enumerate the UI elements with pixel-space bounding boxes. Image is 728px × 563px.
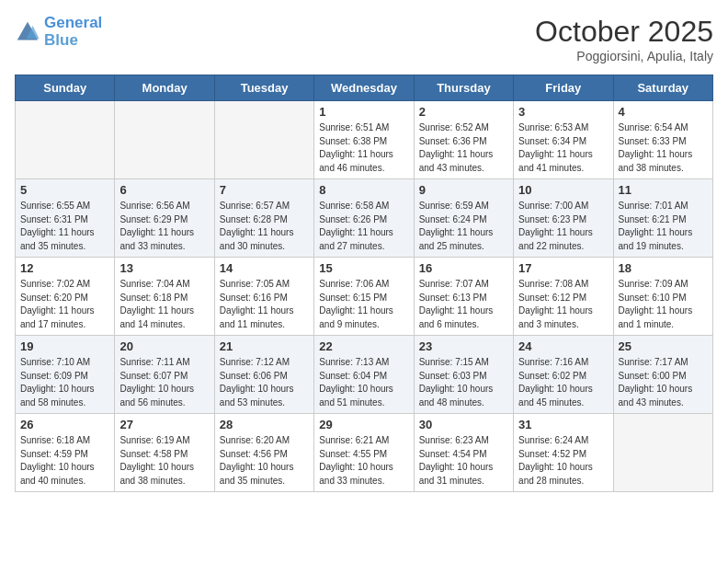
calendar-week-5: 26Sunrise: 6:18 AMSunset: 4:59 PMDayligh… xyxy=(16,414,713,492)
day-info: Sunrise: 6:20 AMSunset: 4:56 PMDaylight:… xyxy=(220,434,309,488)
calendar-cell: 5Sunrise: 6:55 AMSunset: 6:31 PMDaylight… xyxy=(16,179,115,258)
day-info: Sunrise: 7:17 AMSunset: 6:00 PMDaylight:… xyxy=(619,356,708,409)
day-number: 19 xyxy=(20,339,109,353)
day-number: 1 xyxy=(319,105,408,119)
day-number: 8 xyxy=(319,183,408,197)
day-info: Sunrise: 6:54 AMSunset: 6:33 PMDaylight:… xyxy=(619,121,708,175)
weekday-header-wednesday: Wednesday xyxy=(314,75,414,101)
location-subtitle: Poggiorsini, Apulia, Italy xyxy=(535,49,713,63)
calendar-cell: 29Sunrise: 6:21 AMSunset: 4:55 PMDayligh… xyxy=(314,414,414,492)
day-info: Sunrise: 6:18 AMSunset: 4:59 PMDaylight:… xyxy=(20,434,109,488)
day-info: Sunrise: 6:24 AMSunset: 4:52 PMDaylight:… xyxy=(518,434,608,488)
day-info: Sunrise: 6:23 AMSunset: 4:54 PMDaylight:… xyxy=(419,434,508,488)
logo-icon xyxy=(15,19,40,45)
logo-general: General xyxy=(44,14,102,31)
calendar-cell: 2Sunrise: 6:52 AMSunset: 6:36 PMDaylight… xyxy=(414,101,513,179)
day-info: Sunrise: 7:15 AMSunset: 6:03 PMDaylight:… xyxy=(419,356,508,409)
calendar-cell: 12Sunrise: 7:02 AMSunset: 6:20 PMDayligh… xyxy=(16,258,115,336)
day-number: 6 xyxy=(119,183,209,197)
calendar-cell: 22Sunrise: 7:13 AMSunset: 6:04 PMDayligh… xyxy=(314,336,414,414)
calendar-cell: 31Sunrise: 6:24 AMSunset: 4:52 PMDayligh… xyxy=(514,414,613,492)
calendar-table: SundayMondayTuesdayWednesdayThursdayFrid… xyxy=(15,75,713,492)
day-number: 9 xyxy=(419,183,508,197)
calendar-cell: 8Sunrise: 6:58 AMSunset: 6:26 PMDaylight… xyxy=(314,179,414,258)
calendar-cell: 24Sunrise: 7:16 AMSunset: 6:02 PMDayligh… xyxy=(514,336,613,414)
day-info: Sunrise: 7:01 AMSunset: 6:21 PMDaylight:… xyxy=(619,200,708,253)
calendar-cell: 3Sunrise: 6:53 AMSunset: 6:34 PMDaylight… xyxy=(514,101,613,179)
day-number: 18 xyxy=(619,261,708,275)
calendar-cell: 13Sunrise: 7:04 AMSunset: 6:18 PMDayligh… xyxy=(115,258,214,336)
logo-blue: Blue xyxy=(44,32,102,50)
day-info: Sunrise: 7:04 AMSunset: 6:18 PMDaylight:… xyxy=(119,278,209,331)
weekday-header-thursday: Thursday xyxy=(414,75,513,101)
calendar-cell xyxy=(214,101,313,179)
weekday-header-row: SundayMondayTuesdayWednesdayThursdayFrid… xyxy=(16,75,713,101)
day-number: 23 xyxy=(419,339,508,353)
day-info: Sunrise: 7:08 AMSunset: 6:12 PMDaylight:… xyxy=(518,278,608,331)
day-info: Sunrise: 6:51 AMSunset: 6:38 PMDaylight:… xyxy=(319,121,408,175)
calendar-cell: 23Sunrise: 7:15 AMSunset: 6:03 PMDayligh… xyxy=(414,336,513,414)
calendar-week-1: 1Sunrise: 6:51 AMSunset: 6:38 PMDaylight… xyxy=(16,101,713,179)
day-info: Sunrise: 6:59 AMSunset: 6:24 PMDaylight:… xyxy=(419,200,508,253)
calendar-cell: 14Sunrise: 7:05 AMSunset: 6:16 PMDayligh… xyxy=(214,258,313,336)
day-info: Sunrise: 7:10 AMSunset: 6:09 PMDaylight:… xyxy=(20,356,109,409)
calendar-cell: 4Sunrise: 6:54 AMSunset: 6:33 PMDaylight… xyxy=(613,101,712,179)
day-number: 25 xyxy=(619,339,708,353)
day-number: 5 xyxy=(20,183,109,197)
day-number: 7 xyxy=(220,183,309,197)
calendar-cell xyxy=(613,414,712,492)
weekday-header-tuesday: Tuesday xyxy=(214,75,313,101)
day-number: 2 xyxy=(419,105,508,119)
calendar-cell xyxy=(115,101,214,179)
day-info: Sunrise: 7:02 AMSunset: 6:20 PMDaylight:… xyxy=(20,278,109,331)
day-number: 29 xyxy=(319,418,408,431)
day-info: Sunrise: 6:53 AMSunset: 6:34 PMDaylight:… xyxy=(518,121,608,175)
calendar-cell: 19Sunrise: 7:10 AMSunset: 6:09 PMDayligh… xyxy=(16,336,115,414)
day-number: 4 xyxy=(619,105,708,119)
day-info: Sunrise: 7:13 AMSunset: 6:04 PMDaylight:… xyxy=(319,356,408,409)
weekday-header-monday: Monday xyxy=(115,75,214,101)
calendar-cell: 27Sunrise: 6:19 AMSunset: 4:58 PMDayligh… xyxy=(115,414,214,492)
weekday-header-sunday: Sunday xyxy=(16,75,115,101)
calendar-cell: 11Sunrise: 7:01 AMSunset: 6:21 PMDayligh… xyxy=(613,179,712,258)
day-info: Sunrise: 6:55 AMSunset: 6:31 PMDaylight:… xyxy=(20,200,109,253)
calendar-cell: 9Sunrise: 6:59 AMSunset: 6:24 PMDaylight… xyxy=(414,179,513,258)
day-number: 30 xyxy=(419,418,508,431)
day-number: 12 xyxy=(20,261,109,275)
day-number: 3 xyxy=(518,105,608,119)
day-number: 20 xyxy=(119,339,209,353)
day-info: Sunrise: 7:06 AMSunset: 6:15 PMDaylight:… xyxy=(319,278,408,331)
page-header: General Blue October 2025 Poggiorsini, A… xyxy=(15,15,713,63)
day-number: 31 xyxy=(518,418,608,431)
day-number: 10 xyxy=(518,183,608,197)
logo: General Blue xyxy=(15,15,102,49)
calendar-cell: 21Sunrise: 7:12 AMSunset: 6:06 PMDayligh… xyxy=(214,336,313,414)
calendar-cell: 7Sunrise: 6:57 AMSunset: 6:28 PMDaylight… xyxy=(214,179,313,258)
day-number: 24 xyxy=(518,339,608,353)
day-info: Sunrise: 7:07 AMSunset: 6:13 PMDaylight:… xyxy=(419,278,508,331)
calendar-cell: 25Sunrise: 7:17 AMSunset: 6:00 PMDayligh… xyxy=(613,336,712,414)
calendar-week-4: 19Sunrise: 7:10 AMSunset: 6:09 PMDayligh… xyxy=(16,336,713,414)
title-block: October 2025 Poggiorsini, Apulia, Italy xyxy=(535,15,713,63)
month-title: October 2025 xyxy=(535,15,713,49)
day-number: 17 xyxy=(518,261,608,275)
calendar-cell: 30Sunrise: 6:23 AMSunset: 4:54 PMDayligh… xyxy=(414,414,513,492)
day-number: 21 xyxy=(220,339,309,353)
day-info: Sunrise: 7:05 AMSunset: 6:16 PMDaylight:… xyxy=(220,278,309,331)
day-info: Sunrise: 6:56 AMSunset: 6:29 PMDaylight:… xyxy=(119,200,209,253)
calendar-cell: 26Sunrise: 6:18 AMSunset: 4:59 PMDayligh… xyxy=(16,414,115,492)
day-info: Sunrise: 6:52 AMSunset: 6:36 PMDaylight:… xyxy=(419,121,508,175)
day-number: 13 xyxy=(119,261,209,275)
day-info: Sunrise: 7:11 AMSunset: 6:07 PMDaylight:… xyxy=(119,356,209,409)
calendar-cell: 20Sunrise: 7:11 AMSunset: 6:07 PMDayligh… xyxy=(115,336,214,414)
weekday-header-friday: Friday xyxy=(514,75,613,101)
calendar-cell: 1Sunrise: 6:51 AMSunset: 6:38 PMDaylight… xyxy=(314,101,414,179)
calendar-week-2: 5Sunrise: 6:55 AMSunset: 6:31 PMDaylight… xyxy=(16,179,713,258)
day-info: Sunrise: 6:21 AMSunset: 4:55 PMDaylight:… xyxy=(319,434,408,488)
calendar-cell: 17Sunrise: 7:08 AMSunset: 6:12 PMDayligh… xyxy=(514,258,613,336)
day-info: Sunrise: 6:58 AMSunset: 6:26 PMDaylight:… xyxy=(319,200,408,253)
calendar-cell: 15Sunrise: 7:06 AMSunset: 6:15 PMDayligh… xyxy=(314,258,414,336)
day-number: 15 xyxy=(319,261,408,275)
day-info: Sunrise: 7:09 AMSunset: 6:10 PMDaylight:… xyxy=(619,278,708,331)
calendar-cell: 10Sunrise: 7:00 AMSunset: 6:23 PMDayligh… xyxy=(514,179,613,258)
